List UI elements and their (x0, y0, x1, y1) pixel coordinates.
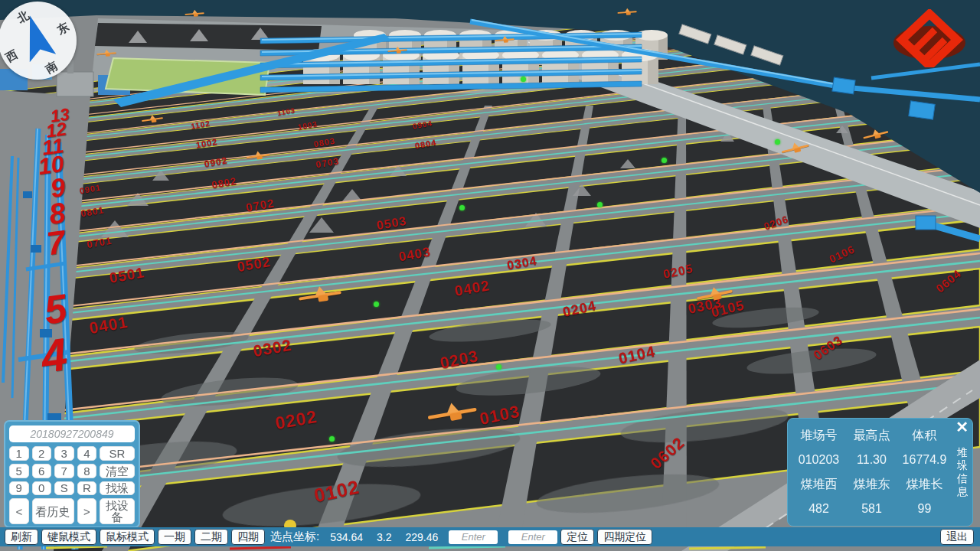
refresh-button[interactable]: 刷新 (5, 529, 38, 545)
volume-value: 16774.9 (898, 453, 951, 467)
key-sr[interactable]: SR (100, 446, 135, 461)
company-logo (890, 9, 969, 67)
coord-z-value: 229.46 (405, 531, 438, 543)
coord-label: 选点坐标: (270, 530, 319, 544)
key-s[interactable]: S (54, 481, 74, 496)
timestamp-input[interactable] (9, 425, 135, 442)
prev-button[interactable]: < (9, 498, 29, 524)
pile-info-panel: ✕ 堆场号 最高点 体积 010203 11.30 16774.9 煤堆西 煤堆… (787, 418, 973, 527)
keyboard-mouse-mode-button[interactable]: 键鼠模式 (41, 529, 96, 545)
pile-west-header: 煤堆西 (792, 477, 845, 493)
phase4-button[interactable]: 四期 (231, 529, 265, 545)
pile-east-header: 煤堆东 (845, 477, 898, 493)
key-3[interactable]: 3 (54, 446, 74, 461)
compass-arrow-icon (0, 2, 77, 80)
key-9[interactable]: 9 (9, 481, 29, 496)
close-icon[interactable]: ✕ (954, 419, 970, 435)
enter-input-1[interactable] (449, 530, 498, 544)
volume-header: 体积 (898, 428, 951, 444)
phase1-button[interactable]: 一期 (158, 529, 191, 545)
key-0[interactable]: 0 (32, 481, 52, 496)
company-logo-icon (890, 9, 969, 67)
coord-y-value: 3.2 (377, 531, 391, 543)
compass-widget[interactable]: 北 东 南 西 (0, 2, 77, 80)
view-history-button[interactable]: 看历史 (32, 498, 74, 524)
yard-no-value: 010203 (792, 453, 845, 467)
bottom-toolbar: 刷新 键鼠模式 鼠标模式 一期 二期 四期 选点坐标: 534.64 3.2 2… (0, 527, 980, 546)
key-1[interactable]: 1 (9, 446, 29, 461)
key-6[interactable]: 6 (32, 464, 52, 478)
highest-point-value: 11.30 (845, 453, 898, 467)
pile-east-value: 581 (845, 502, 898, 516)
exit-button[interactable]: 退出 (940, 529, 974, 545)
key-2[interactable]: 2 (32, 446, 52, 461)
phase2-button[interactable]: 二期 (194, 529, 228, 545)
app-window: 1312111098754090108010701110210020902080… (0, 0, 980, 551)
keypad-panel: 1 2 3 4 SR 5 6 7 8 清空 9 0 S R 找垛 < 看历史 >… (4, 420, 140, 528)
key-8[interactable]: 8 (77, 464, 97, 478)
find-pile-button[interactable]: 找垛 (100, 481, 135, 496)
next-button[interactable]: > (77, 498, 97, 524)
highest-point-header: 最高点 (845, 428, 898, 444)
yard-no-header: 堆场号 (792, 428, 845, 444)
locate-button[interactable]: 定位 (560, 529, 594, 545)
clear-button[interactable]: 清空 (100, 464, 135, 478)
pile-info-grid: 堆场号 最高点 体积 010203 11.30 16774.9 煤堆西 煤堆东 … (792, 423, 951, 521)
key-r[interactable]: R (77, 481, 97, 496)
pile-length-value: 99 (898, 502, 951, 516)
top-pile-band (95, 23, 322, 51)
phase4-locate-button[interactable]: 四期定位 (597, 529, 652, 545)
pile-west-value: 482 (792, 502, 845, 516)
key-7[interactable]: 7 (54, 464, 74, 478)
panel-side-title: 堆垛信息 (956, 446, 969, 498)
pile-length-header: 煤堆长 (898, 477, 951, 493)
mouse-mode-button[interactable]: 鼠标模式 (100, 529, 155, 545)
keypad-grid: 1 2 3 4 SR 5 6 7 8 清空 9 0 S R 找垛 < 看历史 >… (9, 446, 135, 524)
coord-x-value: 534.64 (330, 531, 363, 543)
enter-input-2[interactable] (508, 530, 557, 544)
key-4[interactable]: 4 (77, 446, 97, 461)
find-device-button[interactable]: 找设备 (100, 498, 135, 524)
key-5[interactable]: 5 (9, 464, 29, 478)
